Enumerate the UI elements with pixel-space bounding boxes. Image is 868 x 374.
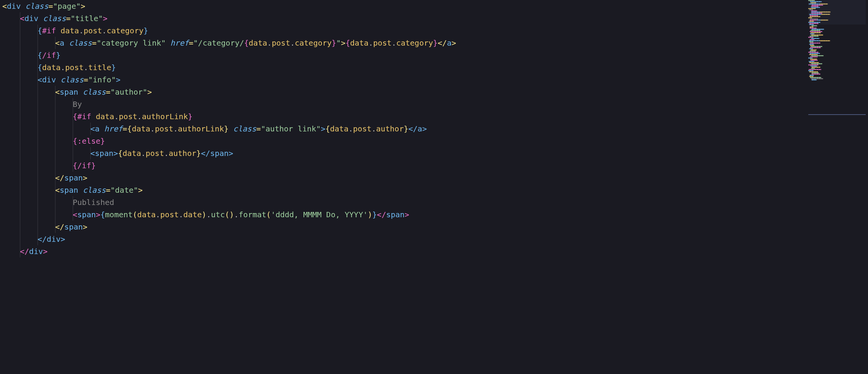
minimap-scrollbar[interactable] — [808, 114, 866, 115]
token-var: post — [155, 124, 173, 133]
token-tag: a — [95, 124, 100, 133]
token-brace-b: { — [38, 51, 42, 60]
token-var: author — [376, 124, 404, 133]
code-line[interactable]: {data.post.title} — [0, 61, 868, 74]
code-line-content: {/if} — [0, 159, 96, 172]
token-brace-y: > — [83, 173, 87, 182]
code-line-content: <div class="title"> — [0, 12, 108, 25]
code-line-content: </div> — [0, 233, 65, 245]
token-var: post — [83, 26, 102, 35]
token-paren: ( — [266, 210, 271, 219]
code-line-content: <div class="page"> — [0, 0, 85, 12]
code-line[interactable]: {:else} — [0, 135, 868, 147]
token-var: post — [65, 63, 83, 72]
token-var: post — [373, 38, 392, 48]
code-line[interactable]: <span class="author"> — [0, 86, 868, 98]
indent-guide — [73, 98, 73, 110]
code-line[interactable]: <div class="page"> — [0, 0, 868, 12]
code-line[interactable]: <a class="category link" href="/category… — [0, 37, 868, 49]
token-brace-m: } — [100, 136, 105, 146]
token-txt: By — [73, 100, 82, 109]
code-line-content: Published — [0, 196, 114, 208]
token-brace-y: { — [127, 124, 132, 133]
indent-guide — [55, 110, 55, 123]
code-line[interactable]: <span>{data.post.author}</span> — [0, 147, 868, 159]
code-line[interactable]: {/if} — [0, 49, 868, 61]
token-brace-b: { — [38, 63, 42, 72]
code-line[interactable]: </span> — [0, 172, 868, 184]
token-ident — [21, 2, 25, 11]
token-brace-b: } — [372, 210, 377, 219]
code-line-content: {/if} — [0, 49, 60, 61]
code-line[interactable]: <span>{moment(data.post.date).utc().form… — [0, 208, 868, 221]
minimap-line: ███████████ — [808, 79, 866, 80]
indent-guide — [38, 233, 38, 245]
indent-guide — [20, 61, 20, 74]
indent-guide — [20, 110, 20, 123]
code-line-content: {data.post.title} — [0, 61, 116, 74]
token-bracket-b: </ — [38, 235, 47, 244]
code-line-content: <span class="author"> — [0, 86, 152, 98]
token-ident — [91, 112, 96, 121]
token-punct: < — [2, 2, 7, 11]
token-str: "category link" — [96, 38, 166, 48]
token-bracket-m: </ — [20, 247, 29, 256]
token-brace-m: { — [73, 136, 77, 146]
token-punct: = — [83, 75, 88, 84]
token-punct: = — [189, 38, 193, 48]
token-var: author — [169, 149, 196, 158]
code-line[interactable]: <a href={data.post.authorLink} class="au… — [0, 123, 868, 135]
token-var: data — [249, 38, 267, 48]
token-var: authorLink — [178, 124, 224, 133]
code-line[interactable]: <span class="date"> — [0, 184, 868, 196]
token-brace-m: } — [433, 38, 438, 48]
code-editor[interactable]: <div class="page"><div class="title">{#i… — [0, 0, 868, 258]
minimap[interactable]: ██████████████ █████████████████████████… — [808, 0, 866, 115]
indent-guide — [38, 196, 38, 208]
indent-guide — [20, 74, 20, 86]
code-line[interactable]: </div> — [0, 245, 868, 258]
indent-guide — [55, 208, 55, 221]
indent-guide — [38, 110, 38, 123]
indent-guide — [38, 37, 38, 49]
token-bracket-m: > — [96, 210, 100, 219]
token-ident — [78, 185, 83, 195]
token-str: "page" — [53, 2, 80, 11]
code-line[interactable]: {#if data.post.authorLink} — [0, 110, 868, 123]
token-tag: div — [47, 235, 60, 244]
indent-guide — [73, 196, 73, 208]
token-brace-y: > — [452, 38, 456, 48]
code-line[interactable]: </span> — [0, 221, 868, 233]
token-tag: span — [386, 210, 405, 219]
code-line-content: </span> — [0, 172, 87, 184]
token-fn: format — [239, 210, 266, 219]
indent-guide — [55, 159, 55, 172]
token-tag: a — [60, 38, 64, 48]
token-dot: . — [156, 210, 160, 219]
token-paren: ) — [202, 210, 206, 219]
token-bracket-b: < — [90, 149, 95, 158]
code-line[interactable]: {/if} — [0, 159, 868, 172]
token-brace-y: < — [55, 185, 60, 195]
token-brace-b: } — [56, 51, 60, 60]
code-line[interactable]: </div> — [0, 233, 868, 245]
indent-guide — [38, 74, 38, 86]
token-var: title — [88, 63, 111, 72]
indent-guide — [73, 135, 73, 147]
indent-guide — [38, 221, 38, 233]
minimap-viewport[interactable] — [808, 0, 866, 25]
code-line[interactable]: Published — [0, 196, 868, 208]
token-tag: div — [7, 2, 21, 11]
token-bracket-b: > — [116, 75, 121, 84]
code-line[interactable]: By — [0, 98, 868, 110]
token-ident — [56, 75, 60, 84]
token-bracket-m: > — [405, 210, 409, 219]
code-line[interactable]: <div class="title"> — [0, 12, 868, 25]
token-attr: class — [69, 38, 92, 48]
indent-guide — [55, 147, 55, 159]
token-attr: class — [233, 124, 256, 133]
code-line[interactable]: <div class="info"> — [0, 74, 868, 86]
token-brace-y: </ — [55, 173, 64, 182]
indent-guide — [38, 61, 38, 74]
code-line[interactable]: {#if data.post.category} — [0, 25, 868, 37]
